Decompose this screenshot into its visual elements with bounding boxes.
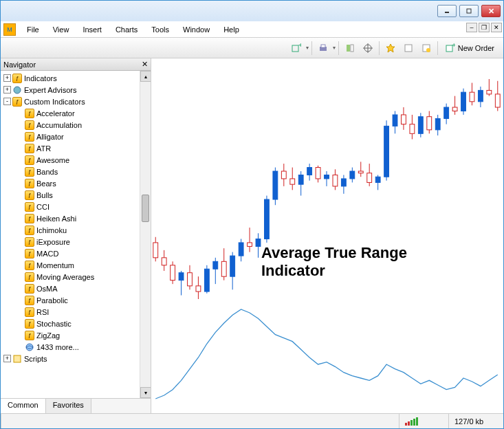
app-window: ✕ M FileViewInsertChartsToolsWindowHelp … <box>0 0 504 429</box>
menu-view[interactable]: View <box>46 23 76 36</box>
navigator-title: Navigator ✕ <box>1 58 151 71</box>
tree-scrollbar[interactable]: ▴ ▾ <box>140 71 151 398</box>
menu-help[interactable]: Help <box>217 23 246 36</box>
tree-expander-icon[interactable]: + <box>3 86 11 94</box>
svg-rect-73 <box>375 177 380 182</box>
tree-item-macd[interactable]: ƒMACD <box>1 248 140 259</box>
maximize-button[interactable] <box>459 5 479 17</box>
svg-rect-31 <box>196 286 201 292</box>
crosshair-button[interactable] <box>360 41 376 56</box>
tree-item-accelerator[interactable]: ƒAccelerator <box>1 107 140 119</box>
add-chart-button[interactable]: + <box>288 41 305 56</box>
tree-item-bulls[interactable]: ƒBulls <box>1 189 140 201</box>
tab-common[interactable]: Common <box>1 399 46 413</box>
menu-window[interactable]: Window <box>176 23 217 36</box>
print-button[interactable] <box>315 41 331 56</box>
connection-status <box>399 414 448 428</box>
favorites-button[interactable] <box>382 41 399 56</box>
menu-insert[interactable]: Insert <box>76 23 109 36</box>
mdi-minimize-button[interactable]: – <box>466 23 477 32</box>
tree-indicators[interactable]: +ƒIndicators <box>1 72 140 84</box>
svg-rect-51 <box>281 171 286 179</box>
chart-overlay-text-1: Average True Range <box>261 244 407 262</box>
svg-rect-105 <box>413 419 415 426</box>
script-icon <box>12 354 22 364</box>
tree-item-parabolic[interactable]: ƒParabolic <box>1 294 140 306</box>
svg-rect-89 <box>444 107 449 118</box>
tree-more[interactable]: 1433 more... <box>1 341 140 353</box>
fx-icon: ƒ <box>25 226 34 235</box>
svg-rect-25 <box>171 265 175 280</box>
tree-item-alligator[interactable]: ƒAlligator <box>1 131 140 142</box>
connection-bars-icon <box>405 417 439 426</box>
fx-icon: ƒ <box>25 319 34 329</box>
menu-file[interactable]: File <box>20 23 46 36</box>
fx-icon: ƒ <box>25 214 34 223</box>
fx-icon: ƒ <box>25 190 34 200</box>
minimize-button[interactable] <box>437 5 457 17</box>
terminal-button[interactable] <box>400 41 417 56</box>
tab-favorites[interactable]: Favorites <box>46 399 91 413</box>
candlestick-chart <box>151 58 502 409</box>
tree-expert-advisors[interactable]: +Expert Advisors <box>1 84 140 96</box>
new-order-button[interactable]: + New Order <box>441 41 499 56</box>
tree-expander-icon[interactable]: - <box>3 98 11 105</box>
navigator-close-icon[interactable]: ✕ <box>142 60 148 69</box>
scroll-thumb[interactable] <box>142 195 149 222</box>
strategy-button[interactable] <box>418 41 435 56</box>
nav-button[interactable] <box>342 41 358 56</box>
svg-rect-35 <box>213 261 218 269</box>
scroll-up-icon[interactable]: ▴ <box>140 71 151 82</box>
close-button[interactable]: ✕ <box>481 5 501 17</box>
scroll-down-icon[interactable]: ▾ <box>140 387 151 398</box>
svg-rect-45 <box>256 239 261 246</box>
fx-icon: ƒ <box>12 97 22 107</box>
svg-rect-57 <box>307 168 312 175</box>
tree-item-osma[interactable]: ƒOsMA <box>1 283 140 294</box>
svg-rect-97 <box>478 90 483 101</box>
tree-expander-icon[interactable]: + <box>3 74 11 82</box>
svg-rect-71 <box>367 173 372 183</box>
tree-item-moving-averages[interactable]: ƒMoving Averages <box>1 271 140 283</box>
tree-item-cci[interactable]: ƒCCI <box>1 201 140 212</box>
tree-item-bears[interactable]: ƒBears <box>1 177 140 189</box>
tree-item-atr[interactable]: ƒATR <box>1 142 140 154</box>
tree-expander-icon[interactable]: + <box>3 355 11 362</box>
tree-item-ichimoku[interactable]: ƒIchimoku <box>1 224 140 236</box>
svg-rect-33 <box>204 269 209 292</box>
menu-tools[interactable]: Tools <box>144 23 176 36</box>
navigator-tree[interactable]: +ƒIndicators+Expert Advisors-ƒCustom Ind… <box>1 71 140 398</box>
fx-icon: ƒ <box>25 120 34 130</box>
svg-rect-61 <box>325 175 329 178</box>
tree-item-awesome[interactable]: ƒAwesome <box>1 154 140 166</box>
svg-rect-39 <box>230 256 235 276</box>
svg-rect-29 <box>188 273 193 286</box>
svg-rect-1 <box>467 9 471 13</box>
tree-scripts[interactable]: +Scripts <box>1 353 140 364</box>
svg-rect-81 <box>410 124 415 134</box>
ea-icon <box>12 85 22 95</box>
mdi-restore-button[interactable]: ❐ <box>479 23 490 32</box>
svg-rect-83 <box>418 117 423 134</box>
tree-item-heiken-ashi[interactable]: ƒHeiken Ashi <box>1 212 140 224</box>
svg-rect-55 <box>298 175 303 184</box>
svg-rect-77 <box>393 115 397 126</box>
tree-item-rsi[interactable]: ƒRSI <box>1 306 140 318</box>
mdi-close-button[interactable]: ✕ <box>491 23 502 32</box>
tree-item-accumulation[interactable]: ƒAccumulation <box>1 119 140 131</box>
tree-item-zigzag[interactable]: ƒZigZag <box>1 329 140 341</box>
chart-area[interactable]: Average True Range Indicator <box>151 58 503 413</box>
fx-icon: ƒ <box>25 179 34 188</box>
svg-rect-106 <box>416 417 418 426</box>
tree-custom-indicators[interactable]: -ƒCustom Indicators <box>1 96 140 107</box>
tree-item-momentum[interactable]: ƒMomentum <box>1 259 140 271</box>
svg-rect-2 <box>292 45 298 52</box>
tree-item-stochastic[interactable]: ƒStochastic <box>1 318 140 329</box>
fx-icon: ƒ <box>25 155 34 165</box>
tree-item-iexposure[interactable]: ƒiExposure <box>1 236 140 248</box>
tree-item-bands[interactable]: ƒBands <box>1 166 140 177</box>
fx-icon: ƒ <box>25 331 34 340</box>
svg-rect-93 <box>461 92 466 111</box>
menu-charts[interactable]: Charts <box>109 23 144 36</box>
svg-rect-53 <box>290 179 295 184</box>
